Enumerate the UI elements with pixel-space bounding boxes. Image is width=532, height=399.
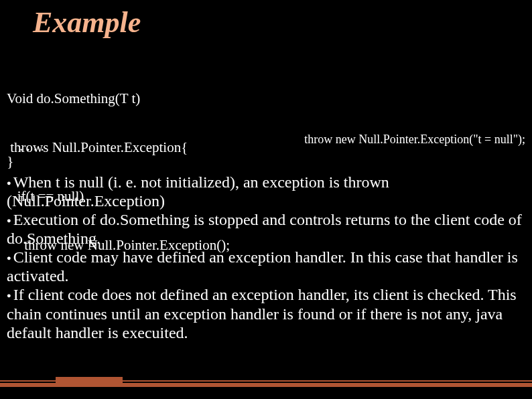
footer-accent-block [56, 377, 123, 387]
bullet-dot-icon: ● [7, 254, 13, 262]
bullet-text: When t is null (i. e. not initialized), … [7, 173, 389, 210]
bullet-dot-icon: ● [7, 291, 13, 299]
code-ellipsis: . . . . [19, 138, 44, 155]
bullet-item-1: ●When t is null (i. e. not initialized),… [7, 173, 524, 210]
code-close-brace: } [7, 153, 14, 170]
code-line-1: Void do.Something(T t) [7, 90, 230, 106]
bullet-item-2: ●Execution of do.Something is stopped an… [7, 210, 524, 248]
bullet-dot-icon: ● [7, 216, 13, 224]
bullet-text: If client code does not defined an excep… [7, 286, 517, 341]
bullet-item-3: ●Client code may have defined an excepti… [7, 248, 524, 285]
side-code-snippet: throw new Null.Pointer.Exception("t = nu… [304, 133, 525, 147]
bullet-dot-icon: ● [7, 179, 13, 187]
bullet-text: Execution of do.Something is stopped and… [7, 211, 522, 247]
bullet-item-4: ●If client code does not defined an exce… [7, 285, 524, 341]
slide: Example Void do.Something(T t) throws Nu… [0, 0, 532, 399]
bullet-text: Client code may have defined an exceptio… [7, 248, 518, 285]
bullet-list: ●When t is null (i. e. not initialized),… [7, 173, 524, 342]
slide-title: Example [33, 5, 141, 39]
